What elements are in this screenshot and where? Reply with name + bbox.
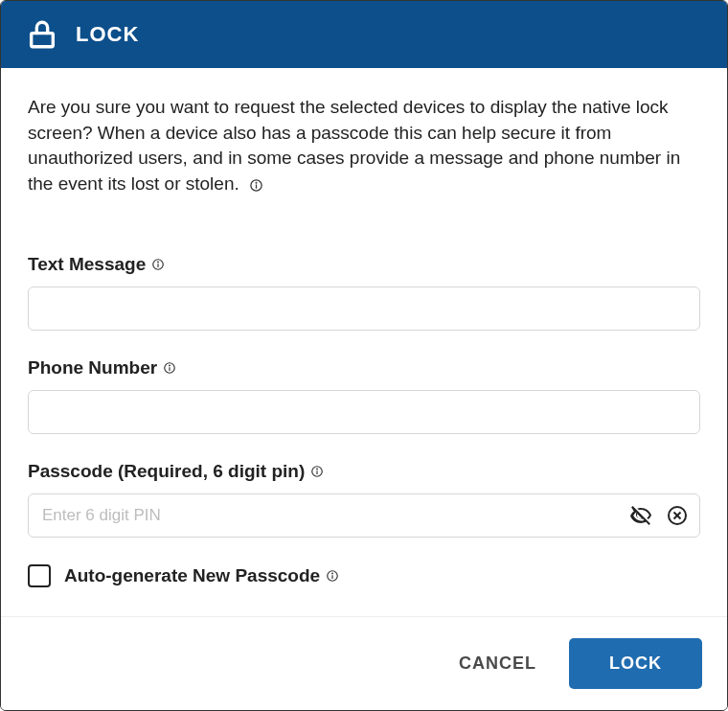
svg-point-3 [256,182,257,183]
passcode-label-text: Passcode (Required, 6 digit pin) [28,461,305,482]
lock-modal: LOCK Are you sure you want to request th… [0,0,728,711]
info-icon[interactable] [151,258,165,271]
passcode-input[interactable] [28,493,700,538]
passcode-input-wrap [28,493,700,538]
lock-button[interactable]: LOCK [569,638,702,689]
text-message-label: Text Message [28,254,700,275]
lock-icon [26,18,58,51]
visibility-off-icon[interactable] [627,502,654,529]
phone-number-group: Phone Number [28,357,700,434]
text-message-label-text: Text Message [28,254,146,275]
description-wrap: Are you sure you want to request the sel… [28,95,700,196]
text-message-input[interactable] [28,287,700,331]
passcode-label: Passcode (Required, 6 digit pin) [28,461,700,482]
modal-body: Are you sure you want to request the sel… [1,68,727,616]
passcode-group: Passcode (Required, 6 digit pin) [28,461,700,538]
text-message-group: Text Message [28,254,700,331]
svg-point-12 [317,469,318,470]
svg-point-18 [332,573,333,574]
phone-number-label: Phone Number [28,357,700,378]
clear-icon[interactable] [664,502,691,529]
modal-header: LOCK [1,1,727,68]
info-icon[interactable] [163,361,176,375]
phone-number-input[interactable] [28,390,700,434]
modal-footer: CANCEL LOCK [1,616,727,710]
phone-number-label-text: Phone Number [28,357,157,378]
auto-generate-checkbox[interactable] [28,564,51,587]
info-icon[interactable] [249,178,263,193]
auto-generate-label-text: Auto-generate New Passcode [64,565,320,586]
passcode-input-icons [627,502,691,529]
info-icon[interactable] [326,569,339,583]
auto-generate-label: Auto-generate New Passcode [64,565,339,586]
svg-point-9 [170,365,171,366]
info-icon[interactable] [310,465,324,478]
svg-rect-0 [32,34,54,47]
description-text: Are you sure you want to request the sel… [28,97,680,194]
svg-point-6 [158,262,159,263]
auto-generate-row: Auto-generate New Passcode [28,564,700,587]
cancel-button[interactable]: CANCEL [453,640,542,687]
modal-title: LOCK [76,22,139,47]
